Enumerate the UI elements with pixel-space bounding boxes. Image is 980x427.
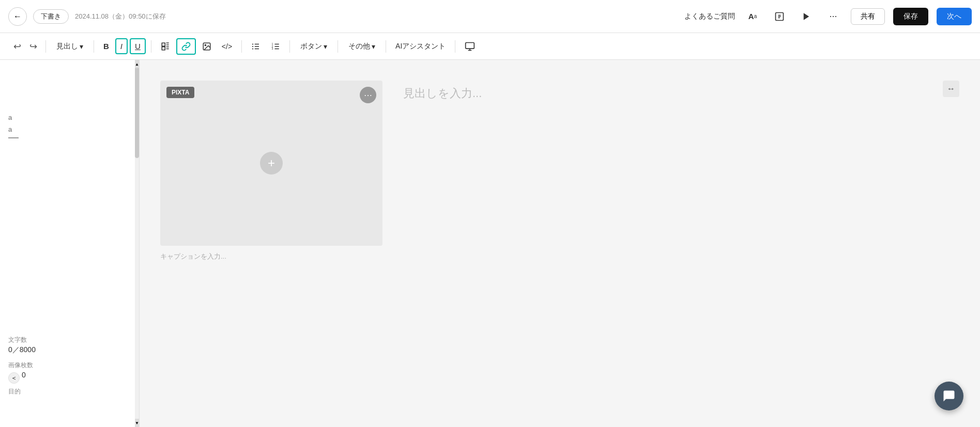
image-menu-button[interactable]: ⋯: [360, 87, 376, 103]
add-image-icon: +: [268, 156, 275, 170]
bullet-icon: [251, 42, 261, 51]
text-block: 見出しを入力... ↔: [403, 81, 959, 101]
header-left: ← 下書き 2024.11.08（金）09:50に保存: [8, 7, 166, 26]
image-icon: [202, 42, 211, 51]
image-menu-icon: ⋯: [364, 90, 372, 100]
sidebar-dash: [8, 137, 19, 138]
draft-badge[interactable]: 下書き: [33, 9, 69, 24]
save-button[interactable]: 保存: [893, 8, 928, 25]
toolbar-divider-4: [241, 40, 242, 53]
image-count-value: 0: [22, 371, 26, 379]
align-button[interactable]: [157, 39, 174, 54]
preview-button[interactable]: [797, 7, 816, 26]
svg-text:3: 3: [272, 47, 273, 50]
header-right: よくあるご質問 Aa ··· 共有 保存 次へ: [684, 7, 972, 26]
svg-rect-22: [466, 42, 474, 49]
image-placeholder: PIXTA ⋯ +: [160, 81, 382, 246]
other-label: その他: [348, 42, 370, 51]
image-count-row: ＜ 0: [8, 371, 36, 385]
italic-button[interactable]: I: [115, 38, 128, 54]
align-icon: [161, 42, 170, 51]
monitor-icon: [465, 41, 475, 52]
editor-toolbar: ↩ ↪ 見出し ▾ B I U </> 123 ボタン ▾ その他 ▾ AIアシ…: [0, 33, 980, 60]
export-icon: [774, 11, 785, 22]
play-icon: [802, 12, 811, 21]
expand-icon: ↔: [947, 84, 955, 93]
scroll-up-button[interactable]: ▲: [135, 60, 139, 68]
numbered-icon: 123: [271, 42, 280, 51]
underline-button[interactable]: U: [130, 38, 146, 54]
sidebar-collapse-button[interactable]: ＜: [8, 372, 20, 384]
heading-dropdown-button[interactable]: 見出し ▾: [51, 39, 88, 54]
svg-point-9: [205, 44, 206, 45]
toolbar-divider-3: [151, 40, 151, 53]
content-area: PIXTA ⋯ + キャプションを入力... 見出しを入力... ↔: [140, 60, 980, 427]
svg-point-14: [252, 45, 253, 46]
image-button[interactable]: [198, 39, 216, 54]
undo-button[interactable]: ↩: [10, 39, 24, 54]
char-count-label: 文字数: [8, 336, 36, 344]
image-count-label: 画像枚数: [8, 361, 36, 370]
button-label: ボタン: [300, 42, 322, 51]
add-image-button[interactable]: +: [260, 152, 283, 175]
code-button[interactable]: </>: [218, 40, 236, 53]
more-options-button[interactable]: ···: [824, 7, 843, 26]
button-chevron-icon: ▾: [324, 42, 327, 51]
export-button[interactable]: [770, 7, 789, 26]
goal-label: 目的: [8, 387, 36, 396]
share-button[interactable]: 共有: [851, 8, 885, 25]
numbered-list-button[interactable]: 123: [267, 39, 284, 54]
svg-rect-2: [162, 43, 165, 46]
svg-rect-3: [162, 46, 165, 50]
top-header: ← 下書き 2024.11.08（金）09:50に保存 よくあるご質問 Aa ·…: [0, 0, 980, 33]
scroll-down-button[interactable]: ▼: [135, 419, 139, 427]
button-dropdown-button[interactable]: ボタン ▾: [295, 39, 332, 54]
toolbar-divider-5: [289, 40, 290, 53]
bullet-list-button[interactable]: [247, 39, 265, 54]
svg-point-13: [252, 43, 253, 44]
other-chevron-icon: ▾: [372, 42, 375, 51]
left-sidebar: ▲ ▼ a a 文字数 0／8000 画像枚数 ＜ 0 目的: [0, 60, 140, 427]
heading-label: 見出し: [56, 42, 78, 51]
bold-button[interactable]: B: [99, 39, 113, 53]
font-settings-button[interactable]: Aa: [743, 7, 762, 26]
sidebar-item-2: a: [8, 123, 131, 135]
faq-button[interactable]: よくあるご質問: [684, 12, 735, 21]
ai-assistant-button[interactable]: AIアシスタント: [391, 39, 450, 54]
main-area: ▲ ▼ a a 文字数 0／8000 画像枚数 ＜ 0 目的 PIXTA ⋯: [0, 60, 980, 427]
pixta-badge: PIXTA: [166, 87, 194, 98]
sidebar-stats: 文字数 0／8000 画像枚数 ＜ 0 目的: [8, 336, 36, 396]
link-icon: [181, 42, 191, 51]
other-dropdown-button[interactable]: その他 ▾: [343, 39, 380, 54]
chat-fab-button[interactable]: [935, 382, 963, 410]
sidebar-content: a a: [8, 112, 131, 140]
next-button[interactable]: 次へ: [937, 8, 972, 25]
expand-button[interactable]: ↔: [943, 81, 959, 97]
redo-button[interactable]: ↪: [26, 39, 40, 54]
heading-placeholder[interactable]: 見出しを入力...: [403, 86, 959, 101]
more-icon: ···: [829, 11, 837, 22]
sidebar-item-1: a: [8, 112, 131, 123]
scrollbar-track: [135, 60, 139, 427]
heading-chevron-icon: ▾: [80, 42, 83, 51]
svg-marker-1: [804, 13, 809, 20]
chat-icon: [942, 389, 956, 403]
char-count-value: 0／8000: [8, 345, 36, 355]
link-button[interactable]: [176, 38, 196, 55]
toolbar-divider-2: [94, 40, 94, 53]
caption-input[interactable]: キャプションを入力...: [160, 250, 382, 263]
image-block: PIXTA ⋯ + キャプションを入力...: [160, 81, 382, 263]
svg-point-15: [252, 48, 253, 49]
scrollbar-thumb[interactable]: [135, 65, 139, 158]
toolbar-divider-7: [386, 40, 386, 53]
font-icon: A: [748, 12, 754, 21]
back-button[interactable]: ←: [8, 7, 27, 26]
code-icon: </>: [222, 42, 232, 51]
toolbar-divider-1: [45, 40, 46, 53]
save-time-label: 2024.11.08（金）09:50に保存: [75, 12, 166, 21]
toolbar-divider-8: [455, 40, 455, 53]
toolbar-divider-6: [338, 40, 338, 53]
device-preview-button[interactable]: [461, 39, 479, 54]
